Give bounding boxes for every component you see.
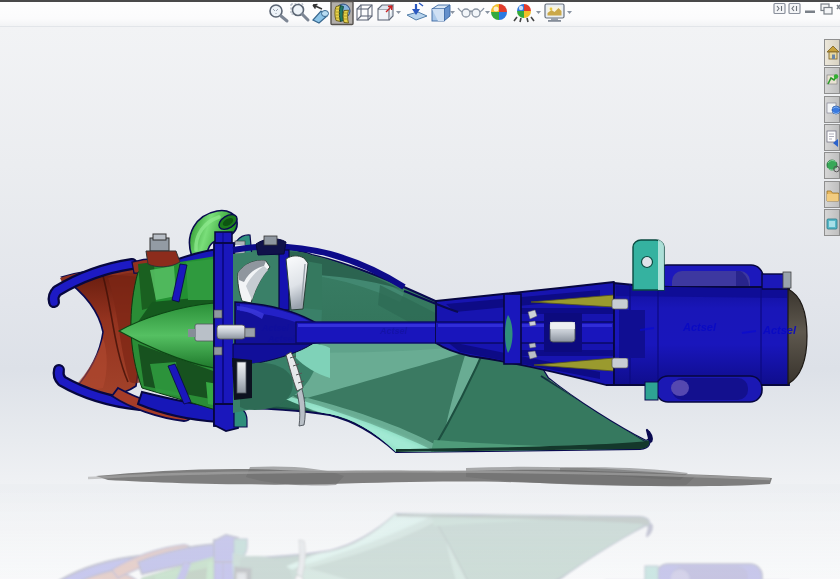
svg-text:Actsel: Actsel — [762, 324, 797, 336]
svg-text:Actsel: Actsel — [267, 334, 296, 344]
svg-text:Actsel: Actsel — [682, 321, 717, 333]
svg-text:Actsel: Actsel — [261, 323, 290, 333]
svg-text:Actsel: Actsel — [379, 326, 408, 336]
